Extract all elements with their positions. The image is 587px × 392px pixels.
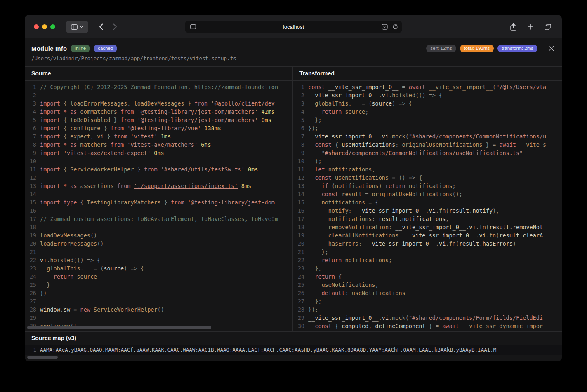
line-number: 27 [293, 297, 304, 305]
code-line: 24 return { [293, 272, 562, 281]
sourcemap-horizontal-scrollbar[interactable] [27, 356, 58, 359]
source-horizontal-scrollbar[interactable] [27, 326, 211, 329]
code-panels: Source 1// Copyright (C) 2012-2025 Zamma… [25, 67, 562, 331]
close-window-button[interactable] [34, 24, 39, 29]
zoom-window-button[interactable] [50, 24, 55, 29]
source-panel: Source 1// Copyright (C) 2012-2025 Zamma… [25, 67, 293, 331]
code-line: 27 }; [293, 297, 562, 305]
code-line: 1AAMA;AAeA,yBAAG,QAAQ,MAAM;AACf,aAAW,KAA… [25, 346, 562, 354]
line-number: 30 [293, 322, 304, 329]
line-number: 3 [25, 99, 36, 108]
line-number: 9 [25, 149, 36, 157]
line-number: 1 [293, 83, 304, 91]
line-number: 25 [293, 281, 304, 289]
line-number: 5 [293, 116, 304, 124]
line-number: 25 [25, 281, 36, 289]
line-number: 14 [25, 190, 36, 198]
code-line: 25 } [25, 281, 292, 289]
line-number: 1 [25, 83, 36, 91]
timing-self-badge: self: 12ms [426, 45, 456, 52]
timing-total-badge: total: 193ms [460, 45, 494, 52]
line-number: 13 [25, 182, 36, 190]
line-number: 28 [293, 305, 304, 314]
line-number: 27 [25, 297, 36, 305]
code-line: 8import * as matchers from 'vitest-axe/m… [25, 141, 292, 149]
code-line: 30 const { computed, defineComponent } =… [293, 322, 562, 329]
close-icon [549, 46, 554, 51]
code-line: 17 notifications: result.notifications, [293, 215, 562, 223]
website-settings-icon[interactable] [382, 24, 388, 30]
code-line: 29__vite_ssr_import_0__.vi.mock("#shared… [293, 314, 562, 322]
tab-overview-button[interactable] [542, 21, 554, 33]
sidebar-toggle-button[interactable] [66, 21, 88, 33]
code-line: 14 [25, 190, 292, 198]
line-number: 18 [25, 223, 36, 231]
code-line: 19loadDevMessages() [25, 231, 292, 239]
browser-window: localhost [25, 15, 562, 361]
line-number: 6 [293, 124, 304, 132]
code-line: 2 [25, 91, 292, 99]
line-number: 12 [293, 174, 304, 182]
code-line: 13import * as assertions from './support… [25, 182, 292, 190]
code-line: 5 }; [293, 116, 562, 124]
code-line: 2__vite_ssr_import_0__.vi.hoisted(() => … [293, 91, 562, 99]
code-line: 21 }; [293, 248, 562, 256]
line-number: 14 [293, 190, 304, 198]
page-title: Module Info [31, 45, 67, 52]
code-line: 10 [25, 157, 292, 165]
code-line: 25 useNotifications, [293, 281, 562, 289]
line-number: 16 [25, 207, 36, 215]
line-number: 21 [293, 248, 304, 256]
line-number: 19 [25, 231, 36, 239]
code-line: 22 return notifications; [293, 256, 562, 264]
traffic-lights [34, 24, 55, 29]
line-number: 12 [25, 174, 36, 182]
code-line: 24 return source [25, 272, 292, 281]
line-number: 28 [25, 305, 36, 314]
code-line: 17// Zammad custom assertions: toBeAvata… [25, 215, 292, 223]
reload-icon[interactable] [392, 24, 398, 30]
code-line: 4import * as domMatchers from '@testing-… [25, 108, 292, 116]
module-path: /Users/vladimir/Projects/zammad/app/fron… [31, 55, 555, 61]
code-line: 15 notifications = { [293, 198, 562, 207]
chevron-left-icon [99, 23, 103, 30]
minimize-window-button[interactable] [42, 24, 47, 29]
forward-button[interactable] [110, 21, 120, 32]
code-line: 1// Copyright (C) 2012-2025 Zammad Found… [25, 83, 292, 91]
chevron-right-icon [113, 23, 117, 30]
line-number: 21 [25, 248, 36, 256]
address-bar[interactable]: localhost [185, 21, 402, 33]
code-line: 11import { ServiceWorkerHelper } from '#… [25, 165, 292, 174]
code-line: 20loadErrorMessages() [25, 239, 292, 248]
line-number: 23 [25, 264, 36, 272]
code-line: 5import { toBeDisabled } from '@testing-… [25, 116, 292, 124]
line-number: 4 [293, 108, 304, 116]
badge-cached: cached [94, 45, 117, 52]
new-tab-button[interactable] [525, 21, 536, 33]
line-number: 15 [25, 198, 36, 207]
line-number: 22 [293, 256, 304, 264]
line-number: 17 [293, 215, 304, 223]
code-line: 12 const useNotifications = () => { [293, 174, 562, 182]
line-number: 11 [293, 165, 304, 174]
code-line: 27 [25, 297, 292, 305]
line-number: 13 [293, 182, 304, 190]
share-button[interactable] [507, 21, 519, 33]
code-line: 19 clearAllNotifications: __vite_ssr_imp… [293, 231, 562, 239]
sidebar-icon [71, 24, 78, 30]
line-number: 8 [293, 141, 304, 149]
line-number: 11 [25, 165, 36, 174]
line-number: 7 [293, 132, 304, 141]
code-line: 22vi.hoisted(() => { [25, 256, 292, 264]
code-line: 4 return source; [293, 108, 562, 116]
line-number: 29 [293, 314, 304, 322]
code-line: 16 notify: __vite_ssr_import_0__.vi.fn(r… [293, 207, 562, 215]
line-number: 26 [25, 289, 36, 297]
line-number: 15 [293, 198, 304, 207]
code-line: 1const __vite_ssr_import_0__ = await __v… [293, 83, 562, 91]
close-button[interactable] [547, 44, 555, 52]
code-line: 15import type { TestingLibraryMatchers }… [25, 198, 292, 207]
plus-icon [528, 24, 533, 30]
back-button[interactable] [96, 21, 106, 32]
panel-title-source: Source [25, 67, 292, 81]
